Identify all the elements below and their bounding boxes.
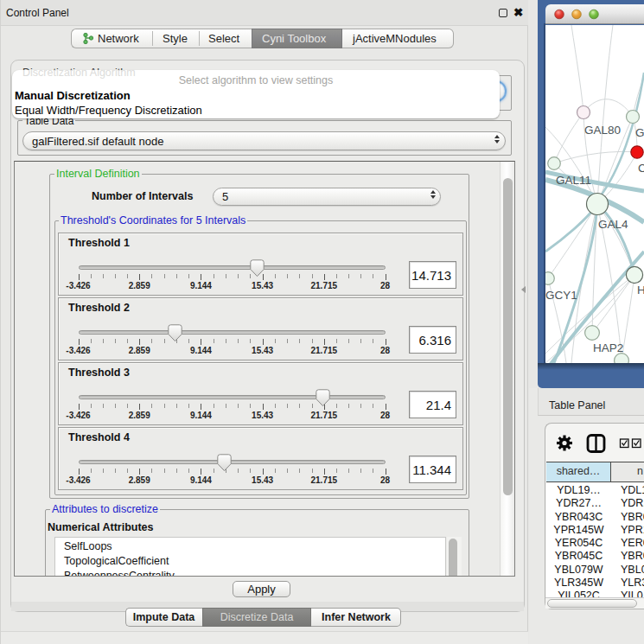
svg-text:GAL11: GAL11: [556, 174, 591, 187]
svg-text:C: C: [638, 162, 644, 175]
svg-text:GAL80: GAL80: [584, 124, 621, 137]
svg-text:H: H: [637, 284, 644, 296]
svg-text:G.: G.: [635, 126, 644, 139]
svg-text:HAP2: HAP2: [593, 341, 623, 354]
svg-text:GAL4: GAL4: [598, 218, 628, 231]
svg-text:GCY1: GCY1: [545, 289, 577, 302]
